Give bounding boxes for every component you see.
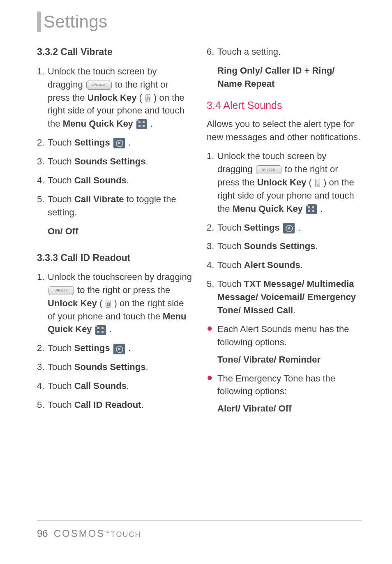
text: . — [145, 156, 148, 166]
bold-text: Call ID Readout — [74, 400, 141, 410]
step-number: 5. — [37, 193, 48, 219]
text: Touch — [217, 222, 244, 233]
text: ( — [97, 298, 105, 308]
step-number: 5. — [37, 398, 48, 411]
heading-alert-sounds: 3.4 Alert Sounds — [207, 98, 362, 113]
step-body: Touch TXT Message/ Multimedia Message/ V… — [217, 277, 362, 317]
right-column: 6. Touch a setting. Ring Only/ Caller ID… — [207, 45, 362, 421]
bullet-body: Each Alert Sounds menu has the following… — [217, 323, 362, 349]
step-number: 4. — [37, 174, 48, 187]
bold-text: Call Sounds — [74, 175, 127, 185]
text: Touch — [48, 362, 74, 372]
step-body: Touch Call Sounds. — [48, 379, 192, 393]
text: . — [127, 175, 129, 185]
settings-icon — [113, 344, 125, 354]
step-item: 4. Touch Alert Sounds. — [207, 259, 362, 272]
bold-text: Menu Quick Key — [63, 118, 133, 129]
step-item: 1. Unlock the touchscreen by dragging to… — [37, 270, 192, 336]
bold-text: Unlock Key — [48, 298, 97, 308]
bold-text: Alert Sounds — [244, 260, 300, 270]
left-column: 3.3.2 Call Vibrate 1. Unlock the touch s… — [37, 45, 192, 421]
unlock-key-icon — [106, 300, 111, 308]
step-body: Unlock the touch screen by dragging to t… — [217, 150, 362, 215]
bullet-icon: ● — [207, 372, 217, 398]
text: Touch — [217, 279, 244, 289]
bold-text: Settings — [244, 222, 280, 233]
step-body: Touch Sounds Settings. — [48, 361, 192, 374]
step-number: 3. — [207, 240, 217, 253]
bold-text: Settings — [74, 137, 110, 148]
step-number: 3. — [37, 155, 48, 168]
trademark-symbol: ™ — [105, 531, 109, 535]
step-item: 6. Touch a setting. — [207, 45, 362, 58]
text: . — [127, 381, 129, 391]
bold-text: Menu Quick Key — [233, 203, 303, 214]
text: Touch — [48, 194, 74, 204]
bold-text: Unlock Key — [88, 92, 137, 103]
step-body: Touch Alert Sounds. — [217, 259, 362, 272]
bullet-body: The Emergency Tone has the following opt… — [217, 372, 362, 398]
page-number: 96 — [37, 528, 48, 539]
text: Touch — [48, 137, 74, 148]
text: Touch — [217, 241, 244, 251]
options-text: Alert/ Vibrate/ Off — [217, 402, 362, 415]
step-item: 2. Touch Settings . — [37, 136, 192, 149]
step-item: 3. Touch Sounds Settings. — [37, 155, 192, 168]
step-body: Touch Sounds Settings. — [48, 155, 192, 168]
step-number: 2. — [37, 136, 48, 149]
step-body: Touch Settings . — [48, 136, 192, 149]
text: . — [126, 343, 131, 353]
step-body: Unlock the touchscreen by dragging to th… — [48, 270, 192, 336]
brand-name: COSMOS — [54, 528, 105, 539]
menu-quick-key-icon — [306, 204, 317, 214]
heading-call-vibrate: 3.3.2 Call Vibrate — [37, 45, 192, 59]
bullet-item: ● The Emergency Tone has the following o… — [207, 372, 362, 398]
unlock-slider-icon — [256, 165, 281, 174]
menu-quick-key-icon — [95, 325, 106, 335]
menu-quick-key-icon — [136, 119, 147, 129]
title-accent-bar — [37, 12, 41, 32]
step-number: 1. — [207, 150, 217, 215]
step-body: Touch Call Vibrate to toggle the setting… — [48, 193, 192, 219]
unlock-key-icon — [315, 179, 320, 187]
step-body: Touch Call Sounds. — [48, 174, 192, 187]
text: Unlock the touchscreen by dragging — [48, 272, 192, 282]
step-item: 2. Touch Settings . — [207, 221, 362, 234]
brand-subname: TOUCH — [111, 530, 141, 539]
text: Touch — [217, 260, 244, 270]
step-number: 1. — [37, 270, 48, 336]
text: Touch — [48, 175, 74, 185]
bold-text: Sounds Settings — [244, 241, 316, 251]
step-number: 5. — [207, 277, 217, 317]
bold-text: Unlock Key — [257, 177, 307, 187]
step-number: 3. — [37, 361, 48, 374]
bullet-item: ● Each Alert Sounds menu has the followi… — [207, 323, 362, 349]
text: . — [295, 222, 300, 233]
text: ( — [136, 92, 145, 103]
step-body: Touch Sounds Settings. — [217, 240, 362, 253]
text: . — [148, 118, 153, 129]
options-text: Tone/ Vibrate/ Reminder — [217, 353, 362, 366]
bullet-icon: ● — [207, 323, 217, 349]
bold-text: Settings — [74, 343, 110, 353]
step-body: Touch Settings . — [48, 342, 192, 355]
footer-divider — [37, 520, 362, 521]
step-item: 3. Touch Sounds Settings. — [37, 361, 192, 374]
step-body: Touch Call ID Readout. — [48, 398, 192, 411]
step-item: 5. Touch Call Vibrate to toggle the sett… — [37, 193, 192, 219]
bold-text: Call Vibrate — [74, 194, 124, 204]
step-item: 1. Unlock the touch screen by dragging t… — [207, 150, 362, 215]
step-number: 1. — [37, 65, 48, 130]
unlock-slider-icon — [86, 81, 112, 90]
text: Touch — [48, 381, 74, 391]
settings-icon — [283, 223, 295, 233]
step-item: 4. Touch Call Sounds. — [37, 174, 192, 187]
unlock-key-icon — [145, 94, 150, 102]
text: . — [107, 324, 112, 334]
text: ( — [306, 177, 314, 187]
text: . — [318, 203, 323, 214]
page-footer: 96 COSMOS™ TOUCH — [37, 520, 362, 539]
step-item: 3. Touch Sounds Settings. — [207, 240, 362, 253]
step-number: 4. — [37, 379, 48, 393]
options-text: On/ Off — [48, 225, 192, 238]
